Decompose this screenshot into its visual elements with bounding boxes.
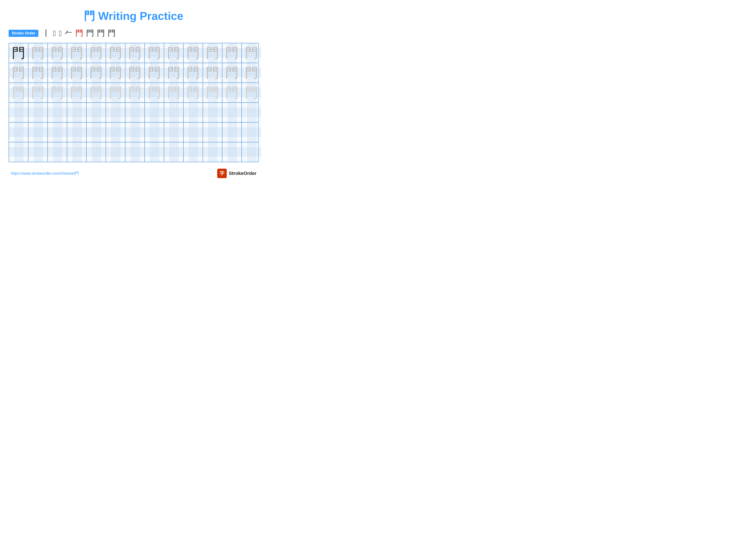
practice-char: 門 bbox=[148, 86, 161, 99]
grid-cell-5-12 bbox=[242, 142, 261, 162]
stroke-4: 𠂉 bbox=[65, 29, 72, 38]
grid-cell-4-12 bbox=[242, 123, 261, 142]
footer-url[interactable]: https://www.strokeorder.com/chinese/門 bbox=[11, 171, 79, 176]
stroke-order-badge: Stroke Order bbox=[9, 30, 39, 37]
grid-cell-2-12: 門 bbox=[242, 83, 261, 102]
practice-char: 門 bbox=[128, 46, 142, 60]
practice-char: 門 bbox=[70, 66, 83, 80]
grid-cell-1-12: 門 bbox=[242, 63, 261, 83]
practice-char: 門 bbox=[12, 86, 25, 99]
practice-char: 門 bbox=[12, 46, 25, 60]
grid-cell-1-2: 門 bbox=[48, 63, 67, 83]
grid-cell-4-11 bbox=[222, 123, 242, 142]
grid-cell-3-0 bbox=[9, 103, 28, 122]
grid-cell-3-10 bbox=[203, 103, 222, 122]
practice-char: 門 bbox=[128, 66, 142, 80]
grid-cell-0-11: 門 bbox=[222, 43, 242, 63]
practice-char: 門 bbox=[206, 66, 219, 80]
grid-cell-4-6 bbox=[125, 123, 145, 142]
grid-cell-1-5: 門 bbox=[106, 63, 125, 83]
practice-char: 門 bbox=[31, 66, 44, 80]
grid-cell-3-3 bbox=[67, 103, 87, 122]
page-title: 門 Writing Practice bbox=[9, 9, 258, 24]
grid-cell-2-2: 門 bbox=[48, 83, 67, 102]
grid-cell-4-7 bbox=[145, 123, 164, 142]
stroke-3: 𠃏 bbox=[59, 29, 62, 38]
footer-brand: 字 StrokeOrder bbox=[217, 169, 256, 178]
grid-cell-5-3 bbox=[67, 142, 87, 162]
practice-char: 門 bbox=[70, 86, 83, 99]
practice-char: 門 bbox=[90, 46, 103, 60]
grid-cell-3-9 bbox=[184, 103, 203, 122]
grid-row-3 bbox=[9, 103, 258, 123]
grid-cell-5-2 bbox=[48, 142, 67, 162]
grid-cell-3-8 bbox=[164, 103, 184, 122]
grid-cell-2-4: 門 bbox=[87, 83, 106, 102]
practice-char: 門 bbox=[90, 66, 103, 80]
stroke-7: 門 bbox=[97, 28, 105, 38]
grid-cell-4-10 bbox=[203, 123, 222, 142]
grid-cell-3-1 bbox=[28, 103, 48, 122]
grid-cell-0-1: 門 bbox=[28, 43, 48, 63]
grid-cell-0-6: 門 bbox=[125, 43, 145, 63]
grid-cell-1-7: 門 bbox=[145, 63, 164, 83]
practice-char: 門 bbox=[225, 46, 239, 60]
grid-cell-1-6: 門 bbox=[125, 63, 145, 83]
grid-cell-5-0 bbox=[9, 142, 28, 162]
practice-char: 門 bbox=[90, 86, 103, 99]
practice-char: 門 bbox=[167, 86, 180, 99]
grid-cell-0-7: 門 bbox=[145, 43, 164, 63]
stroke-chars: 丨 𠃌 𠃏 𠂉 門 門 門 門 bbox=[42, 28, 116, 38]
grid-cell-4-9 bbox=[184, 123, 203, 142]
practice-char: 門 bbox=[51, 66, 64, 80]
grid-cell-0-9: 門 bbox=[184, 43, 203, 63]
practice-char: 門 bbox=[51, 46, 64, 60]
practice-char: 門 bbox=[128, 86, 142, 99]
grid-cell-2-5: 門 bbox=[106, 83, 125, 102]
grid-cell-5-9 bbox=[184, 142, 203, 162]
grid-cell-1-10: 門 bbox=[203, 63, 222, 83]
grid-cell-5-10 bbox=[203, 142, 222, 162]
grid-cell-4-4 bbox=[87, 123, 106, 142]
practice-char: 門 bbox=[31, 46, 44, 60]
grid-cell-2-1: 門 bbox=[28, 83, 48, 102]
grid-cell-4-0 bbox=[9, 123, 28, 142]
grid-cell-4-8 bbox=[164, 123, 184, 142]
grid-cell-1-8: 門 bbox=[164, 63, 184, 83]
grid-cell-2-0: 門 bbox=[9, 83, 28, 102]
grid-row-4 bbox=[9, 123, 258, 142]
brand-name: StrokeOrder bbox=[229, 171, 256, 176]
grid-cell-1-3: 門 bbox=[67, 63, 87, 83]
grid-cell-2-7: 門 bbox=[145, 83, 164, 102]
grid-cell-0-12: 門 bbox=[242, 43, 261, 63]
practice-char: 門 bbox=[206, 46, 219, 60]
practice-char: 門 bbox=[186, 66, 200, 80]
stroke-5: 門 bbox=[75, 28, 83, 38]
grid-cell-2-11: 門 bbox=[222, 83, 242, 102]
grid-cell-5-1 bbox=[28, 142, 48, 162]
grid-cell-1-4: 門 bbox=[87, 63, 106, 83]
grid-cell-3-12 bbox=[242, 103, 261, 122]
grid-row-2: 門門門門門門門門門門門門門 bbox=[9, 83, 258, 103]
practice-char: 門 bbox=[245, 46, 258, 60]
practice-char: 門 bbox=[12, 66, 25, 80]
grid-cell-1-11: 門 bbox=[222, 63, 242, 83]
practice-char: 門 bbox=[225, 66, 239, 80]
practice-char: 門 bbox=[245, 86, 258, 99]
grid-cell-4-3 bbox=[67, 123, 87, 142]
practice-char: 門 bbox=[186, 46, 200, 60]
stroke-2: 𠃌 bbox=[53, 29, 56, 38]
grid-cell-5-5 bbox=[106, 142, 125, 162]
grid-cell-0-3: 門 bbox=[67, 43, 87, 63]
grid-cell-4-1 bbox=[28, 123, 48, 142]
grid-row-1: 門門門門門門門門門門門門門 bbox=[9, 63, 258, 83]
grid-cell-2-10: 門 bbox=[203, 83, 222, 102]
grid-cell-0-2: 門 bbox=[48, 43, 67, 63]
practice-grid: 門門門門門門門門門門門門門門門門門門門門門門門門門門門門門門門門門門門門門門門 bbox=[9, 43, 258, 162]
grid-cell-4-2 bbox=[48, 123, 67, 142]
practice-char: 門 bbox=[225, 86, 239, 99]
practice-char: 門 bbox=[186, 86, 200, 99]
stroke-6: 門 bbox=[86, 28, 94, 38]
stroke-order-row: Stroke Order 丨 𠃌 𠃏 𠂉 門 門 門 門 bbox=[9, 28, 258, 38]
practice-char: 門 bbox=[51, 86, 64, 99]
